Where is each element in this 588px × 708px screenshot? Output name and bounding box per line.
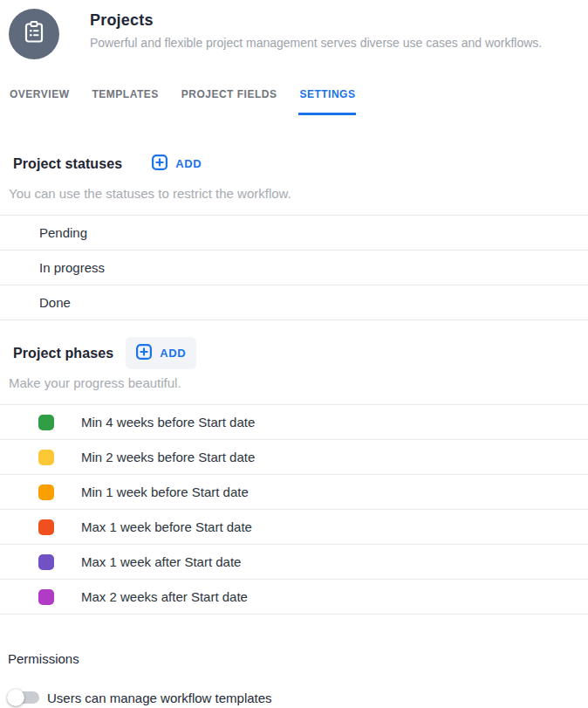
add-status-button[interactable]: ADD — [141, 148, 212, 180]
phase-label: Min 1 week before Start date — [81, 485, 249, 499]
tab-project-fields[interactable]: PROJECT FIELDS — [181, 88, 278, 115]
plus-square-icon — [136, 344, 152, 362]
tabs: OVERVIEW TEMPLATES PROJECT FIELDS SETTIN… — [9, 88, 588, 115]
phase-row[interactable]: Max 1 week after Start date — [0, 545, 588, 580]
status-row[interactable]: Pending — [0, 216, 588, 251]
phase-list: Min 4 weeks before Start date Min 2 week… — [0, 404, 588, 615]
phase-row[interactable]: Max 2 weeks after Start date — [0, 580, 588, 615]
status-row[interactable]: Done — [0, 285, 588, 320]
status-label: Done — [39, 295, 71, 310]
tab-overview[interactable]: OVERVIEW — [9, 88, 70, 115]
toggle-knob-icon — [7, 689, 24, 706]
phase-label: Min 4 weeks before Start date — [81, 415, 255, 430]
tab-settings[interactable]: SETTINGS — [298, 88, 356, 115]
permissions-heading: Permissions — [8, 651, 588, 666]
add-phase-label: ADD — [160, 347, 186, 360]
phase-color-swatch — [38, 519, 54, 535]
projects-settings-page: Projects Powerful and flexible project m… — [0, 0, 588, 708]
workflow-templates-toggle[interactable] — [7, 689, 40, 706]
phase-row[interactable]: Min 4 weeks before Start date — [0, 405, 588, 440]
workflow-templates-toggle-row: Users can manage workflow templates — [7, 689, 588, 706]
phases-section-head: Project phases ADD — [13, 337, 588, 369]
tab-templates[interactable]: TEMPLATES — [91, 88, 159, 115]
statuses-description: You can use the statuses to restrict the… — [9, 186, 588, 201]
statuses-section-head: Project statuses ADD — [13, 148, 588, 180]
phases-description: Make your progress beautiful. — [9, 375, 588, 390]
permissions-section: Permissions Users can manage workflow te… — [0, 651, 588, 706]
plus-square-icon — [152, 155, 168, 173]
statuses-heading: Project statuses — [13, 156, 122, 172]
phase-color-swatch — [38, 589, 54, 605]
phase-color-swatch — [38, 450, 54, 465]
tab-label: SETTINGS — [299, 88, 355, 100]
project-statuses-section: Project statuses ADD You can use the sta… — [0, 148, 588, 320]
phase-label: Max 1 week after Start date — [81, 554, 241, 569]
status-row[interactable]: In progress — [0, 251, 588, 285]
phase-label: Max 2 weeks after Start date — [81, 589, 248, 604]
page-subtitle: Powerful and flexible project management… — [90, 36, 542, 50]
page-title: Projects — [90, 11, 542, 30]
phases-heading: Project phases — [13, 346, 113, 361]
phase-row[interactable]: Min 1 week before Start date — [0, 475, 588, 510]
tab-label: PROJECT FIELDS — [181, 88, 277, 100]
status-list: Pending In progress Done — [0, 215, 588, 320]
page-header: Projects Powerful and flexible project m… — [0, 0, 588, 59]
clipboard-icon — [23, 20, 45, 48]
add-status-label: ADD — [175, 157, 202, 170]
phase-color-swatch — [38, 485, 54, 500]
add-phase-button[interactable]: ADD — [126, 337, 196, 369]
phase-row[interactable]: Max 1 week before Start date — [0, 510, 588, 545]
status-label: Pending — [39, 225, 87, 240]
phase-row[interactable]: Min 2 weeks before Start date — [0, 440, 588, 475]
phase-color-swatch — [38, 415, 54, 430]
phase-label: Min 2 weeks before Start date — [81, 450, 255, 464]
project-phases-section: Project phases ADD Make your progress be… — [0, 337, 588, 615]
phase-label: Max 1 week before Start date — [81, 519, 252, 534]
phase-color-swatch — [38, 554, 54, 570]
header-text: Projects Powerful and flexible project m… — [90, 9, 542, 59]
status-label: In progress — [39, 260, 105, 275]
tab-label: OVERVIEW — [10, 88, 69, 100]
avatar — [9, 9, 59, 59]
tab-label: TEMPLATES — [92, 88, 158, 100]
workflow-templates-toggle-label: Users can manage workflow templates — [47, 691, 272, 705]
